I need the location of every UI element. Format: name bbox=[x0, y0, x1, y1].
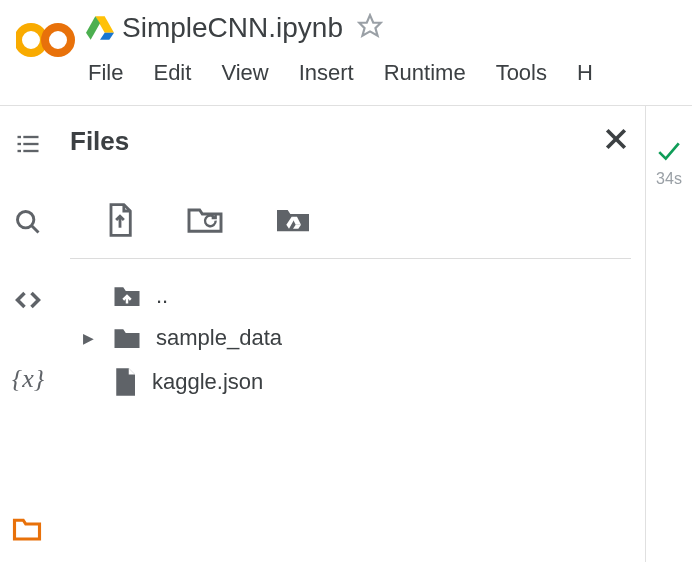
left-rail: {x} bbox=[0, 106, 56, 562]
svg-marker-5 bbox=[359, 15, 381, 36]
notebook-title[interactable]: SimpleCNN.ipynb bbox=[122, 12, 343, 44]
svg-rect-10 bbox=[18, 150, 22, 152]
svg-rect-6 bbox=[18, 136, 22, 138]
svg-marker-3 bbox=[100, 33, 114, 40]
title-row: SimpleCNN.ipynb bbox=[86, 10, 692, 44]
upload-file-icon[interactable] bbox=[104, 202, 136, 242]
close-icon[interactable] bbox=[601, 124, 631, 158]
folder-up-icon bbox=[112, 283, 142, 309]
mount-drive-icon[interactable] bbox=[274, 202, 312, 242]
svg-rect-11 bbox=[23, 150, 38, 152]
svg-point-1 bbox=[45, 27, 71, 53]
files-rail-icon[interactable] bbox=[12, 516, 42, 546]
check-icon bbox=[646, 140, 692, 166]
file-icon bbox=[112, 367, 138, 397]
svg-rect-7 bbox=[23, 136, 38, 138]
variables-icon[interactable]: {x} bbox=[12, 364, 44, 394]
menu-edit[interactable]: Edit bbox=[153, 60, 191, 86]
parent-dir-label: .. bbox=[156, 283, 168, 309]
svg-rect-8 bbox=[18, 143, 22, 145]
files-panel: Files .. ▶ bbox=[56, 106, 646, 562]
file-tree: .. ▶ sample_data kaggle.json bbox=[70, 259, 631, 405]
folder-label: sample_data bbox=[156, 325, 282, 351]
svg-point-12 bbox=[18, 212, 34, 228]
code-icon[interactable] bbox=[13, 286, 43, 318]
star-icon[interactable] bbox=[357, 13, 383, 43]
menu-view[interactable]: View bbox=[221, 60, 268, 86]
files-panel-title: Files bbox=[70, 126, 129, 157]
colab-logo[interactable] bbox=[8, 10, 86, 60]
status-strip: 34s bbox=[646, 106, 692, 188]
menu-runtime[interactable]: Runtime bbox=[384, 60, 466, 86]
refresh-folder-icon[interactable] bbox=[186, 202, 224, 242]
parent-dir-row[interactable]: .. bbox=[78, 275, 631, 317]
file-actions bbox=[70, 158, 631, 259]
chevron-right-icon[interactable]: ▶ bbox=[78, 330, 98, 346]
toc-icon[interactable] bbox=[14, 130, 42, 162]
menu-file[interactable]: File bbox=[88, 60, 123, 86]
menu-tools[interactable]: Tools bbox=[496, 60, 547, 86]
svg-line-13 bbox=[32, 226, 39, 233]
svg-point-0 bbox=[18, 27, 44, 53]
folder-icon bbox=[112, 325, 142, 351]
file-label: kaggle.json bbox=[152, 369, 263, 395]
menu-insert[interactable]: Insert bbox=[299, 60, 354, 86]
file-row[interactable]: kaggle.json bbox=[78, 359, 631, 405]
svg-rect-9 bbox=[23, 143, 38, 145]
status-time: 34s bbox=[646, 170, 692, 188]
header: SimpleCNN.ipynb File Edit View Insert Ru… bbox=[0, 0, 692, 106]
folder-row[interactable]: ▶ sample_data bbox=[78, 317, 631, 359]
drive-icon bbox=[86, 16, 114, 40]
menubar: File Edit View Insert Runtime Tools H bbox=[86, 44, 692, 98]
search-icon[interactable] bbox=[14, 208, 42, 240]
menu-help[interactable]: H bbox=[577, 60, 593, 86]
